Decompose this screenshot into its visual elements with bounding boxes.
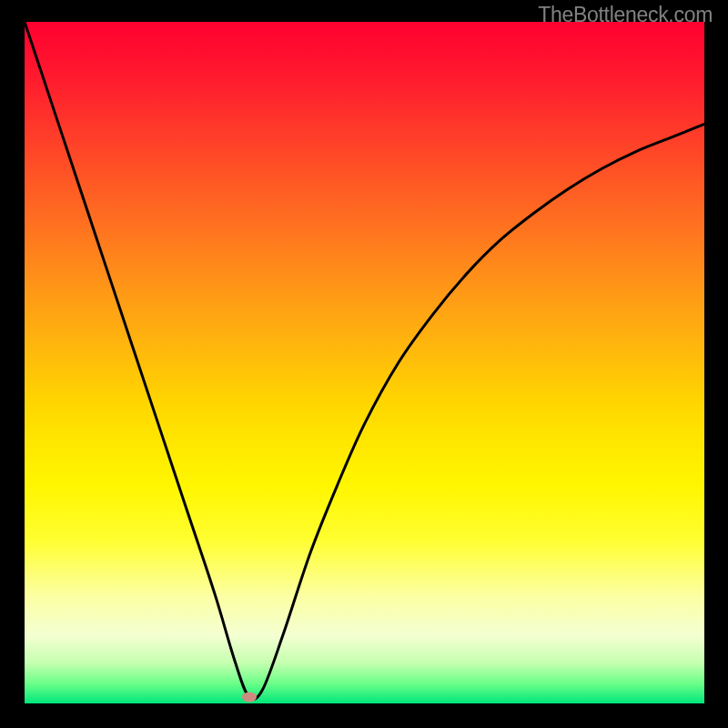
bottleneck-curve bbox=[25, 22, 704, 703]
min-point-marker bbox=[242, 693, 257, 703]
watermark-text: TheBottleneck.com bbox=[538, 3, 713, 27]
chart-frame: TheBottleneck.com bbox=[0, 0, 728, 728]
plot-area bbox=[25, 22, 704, 703]
